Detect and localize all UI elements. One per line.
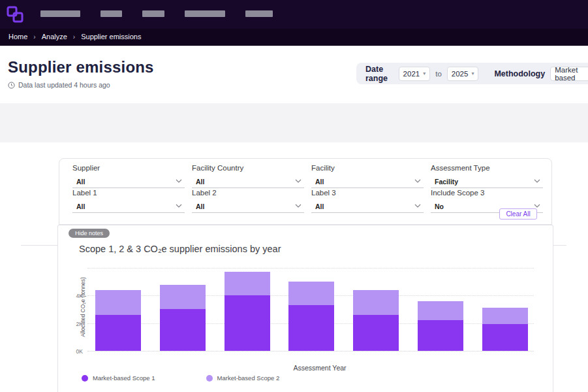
legend-dot-icon [82,375,88,382]
page-title: Supplier emissions [8,58,154,76]
filter-select[interactable]: All [72,176,185,188]
filter-select[interactable]: All [311,201,424,213]
chevron-down-icon [176,179,182,183]
methodology-select[interactable]: Market based [550,67,588,81]
stacked-bar-chart: Allocated CO₂e (tonnes)0K2K4KAssessment … [58,261,553,392]
x-axis-label: Assessment Year [87,364,552,372]
legend-label: Market-based Scope 1 [93,374,155,382]
clock-icon [8,82,15,89]
bar-6-scope2-segment[interactable] [418,301,463,321]
filter-label: Assessment Type [431,164,543,172]
chevron-down-icon [414,179,421,183]
y-tick-label: 4K [66,293,83,299]
filter-label: Label 1 [72,189,185,197]
gridline-6000 [87,268,534,269]
bar-2-scope1-segment[interactable] [160,309,206,351]
methodology-label: Methodology [494,69,545,78]
filter-field-label-2: Label 2All [192,189,304,213]
chevron-down-icon: ▾ [471,71,474,76]
filter-select[interactable]: All [192,201,304,213]
filter-select[interactable]: All [311,176,424,188]
filter-field-label-1: Label 1All [72,189,185,213]
chart-card: Hide notes Scope 1, 2 & 3 CO₂e supplier … [57,225,553,392]
filter-select[interactable]: All [72,201,185,213]
breadcrumb-bar: Home›Analyze›Supplier emissions [0,29,588,46]
chevron-down-icon [176,204,182,208]
bar-2-scope2-segment[interactable] [160,285,206,309]
bar-1-scope1-segment[interactable] [95,315,141,351]
filter-label: Include Scope 3 [431,189,543,197]
filter-select[interactable]: All [192,176,304,188]
clear-all-button[interactable]: Clear All [499,208,537,220]
filter-field-assessment-type: Assessment TypeFacility [431,164,543,188]
filter-field-facility-country: Facility CountryAll [192,164,304,188]
breadcrumb-item-home[interactable]: Home [8,33,27,41]
y-tick-label: 2K [66,321,83,327]
breadcrumb-chevron-icon: › [73,33,75,41]
breadcrumb-item-supplier-emissions: Supplier emissions [81,33,141,41]
chevron-down-icon [295,179,302,183]
filter-label: Supplier [72,164,185,172]
bar-4-scope1-segment[interactable] [288,305,334,351]
nav-item-placeholder[interactable] [142,10,164,17]
bar-5-scope2-segment[interactable] [353,290,399,315]
filter-select[interactable]: Facility [431,176,543,188]
bar-5-scope1-segment[interactable] [353,315,399,351]
chevron-down-icon [295,204,302,208]
hide-notes-button[interactable]: Hide notes [69,229,110,238]
date-range-label: Date range [365,65,394,83]
bar-7-scope2-segment[interactable] [482,308,528,323]
nav-item-placeholder[interactable] [101,10,122,17]
legend-item-market-based-scope-2[interactable]: Market-based Scope 2 [206,374,280,382]
y-axis-label: Allocated CO₂e (tonnes) [80,261,86,353]
chart-legend: Market-based Scope 1Market-based Scope 2 [82,374,279,382]
y-tick-label: 0K [66,348,83,355]
bar-1-scope2-segment[interactable] [95,290,141,315]
top-nav-bar [0,0,588,29]
report-controls-panel: Date range 2021 ▾ to 2025 ▾ Methodology … [356,63,588,84]
nav-item-placeholder[interactable] [245,10,273,17]
filter-field-facility: FacilityAll [311,164,424,188]
chevron-down-icon: ▾ [423,71,426,76]
last-updated-status: Data last updated 4 hours ago [8,81,110,89]
to-label: to [435,70,442,78]
breadcrumb-chevron-icon: › [33,33,35,41]
nav-item-placeholder[interactable] [40,10,80,17]
bar-3-scope1-segment[interactable] [224,295,270,351]
filter-label: Label 3 [311,189,424,197]
end-year-value: 2025 [452,70,469,78]
filter-field-label-3: Label 3All [311,189,424,213]
chevron-down-icon [534,179,540,183]
bar-4-scope2-segment[interactable] [288,282,334,305]
breadcrumb: Home›Analyze›Supplier emissions [8,33,142,41]
last-updated-text: Data last updated 4 hours ago [18,81,110,89]
filter-panel: SupplierAllFacility CountryAllFacilityAl… [59,158,552,225]
legend-dot-icon [206,375,213,382]
filter-label: Facility Country [192,164,304,172]
bar-6-scope1-segment[interactable] [418,320,463,351]
legend-item-market-based-scope-1[interactable]: Market-based Scope 1 [82,374,155,382]
nav-item-placeholder[interactable] [185,10,225,17]
x-axis-line [87,351,534,351]
chevron-down-icon [414,204,421,208]
filter-label: Facility [311,164,424,172]
breadcrumb-item-analyze[interactable]: Analyze [42,33,67,41]
chevron-down-icon [534,204,540,208]
filter-field-supplier: SupplierAll [72,164,185,188]
start-year-select[interactable]: 2021 ▾ [399,67,431,81]
bar-7-scope1-segment[interactable] [482,324,528,351]
start-year-value: 2021 [403,70,420,78]
filter-label: Label 2 [192,189,304,197]
tab-band: CO₂e over timeEmissions by sourceCO₂e pe… [0,103,588,142]
chart-title: Scope 1, 2 & 3 CO₂e supplier emissions b… [79,244,281,254]
legend-label: Market-based Scope 2 [217,374,280,382]
end-year-select[interactable]: 2025 ▾ [447,67,479,81]
methodology-value: Market based [555,66,587,82]
app-logo-icon[interactable] [7,6,23,23]
bar-3-scope2-segment[interactable] [224,272,270,295]
